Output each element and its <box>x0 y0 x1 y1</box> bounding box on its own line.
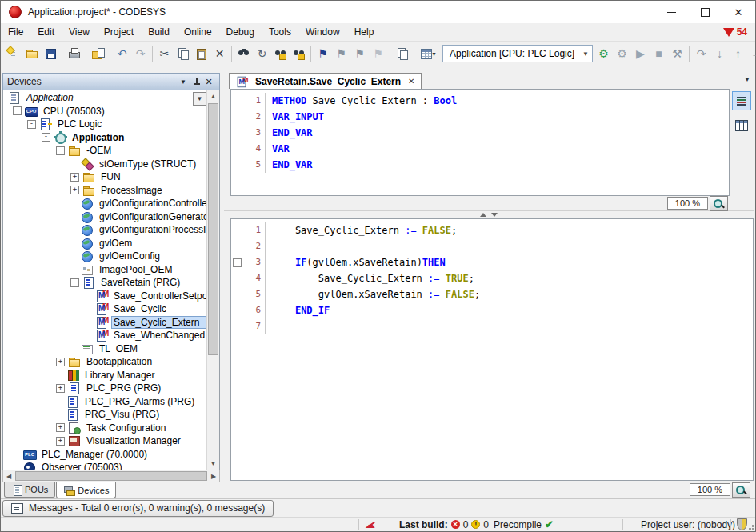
tab-list-dropdown[interactable]: ▼ <box>744 76 750 83</box>
scroll-left-arrow[interactable]: ◀ <box>3 473 14 480</box>
notification-area[interactable]: 54 <box>723 26 755 38</box>
undo-button[interactable]: ↶ <box>113 45 131 63</box>
tree-item-save-cyclic-extern[interactable]: Save_Cyclic_Extern <box>3 316 207 330</box>
tree-item-saveretain-prg-[interactable]: -SaveRetain (PRG) <box>3 276 207 290</box>
bookmarks-clear-button[interactable]: ⚑ <box>369 45 387 63</box>
incremental-search-button[interactable]: ↻ <box>253 45 271 63</box>
expand-icon[interactable]: + <box>56 423 65 432</box>
implementation-zoom-level[interactable]: 100 % <box>690 483 730 496</box>
collapse-icon[interactable]: - <box>27 120 36 129</box>
menu-debug[interactable]: Debug <box>219 23 262 41</box>
combo-dropdown-icon[interactable]: ▼ <box>582 50 589 58</box>
breakpoint-button[interactable]: ⚒ <box>668 45 686 63</box>
stop-button[interactable]: ■ <box>650 45 668 63</box>
panel-close-button[interactable]: ✕ <box>202 75 215 88</box>
tree-item-plc-prg-alarms-prg-[interactable]: PLC_PRG_Alarms (PRG) <box>3 395 207 409</box>
scroll-right-arrow[interactable]: ▶ <box>208 473 219 480</box>
tree-item-application[interactable]: -Application <box>3 131 207 145</box>
tree-item-imagepool-oem[interactable]: ImagePool_OEM <box>3 263 207 277</box>
tree-item-gvlconfigurationgenerator[interactable]: gvlConfigurationGenerator <box>3 210 207 224</box>
redo-button[interactable]: ↷ <box>131 45 150 63</box>
tree-item-processimage[interactable]: +ProcessImage <box>3 184 207 198</box>
tree-item-cpu-705003-[interactable]: -CPU (705003) <box>3 105 207 118</box>
step-into-button[interactable]: ↓ <box>710 45 729 63</box>
tree-vertical-scrollbar[interactable]: ▲ ▼ <box>206 90 219 470</box>
tree-item-gvlconfigurationcontroller[interactable]: gvlConfigurationController <box>3 197 207 210</box>
menu-help[interactable]: Help <box>347 23 382 41</box>
build-button[interactable] <box>417 45 435 63</box>
find-in-project-button[interactable] <box>271 45 290 63</box>
find-button[interactable] <box>234 45 253 63</box>
cut-button[interactable]: ✂ <box>155 45 174 63</box>
collapse-icon[interactable]: - <box>56 146 65 155</box>
textual-view-button[interactable] <box>732 91 751 110</box>
security-status[interactable] <box>737 518 747 531</box>
declaration-editor[interactable]: 1METHOD Save_Cyclic_Extern : Bool2VAR_IN… <box>230 89 730 196</box>
expand-icon[interactable]: + <box>70 186 79 194</box>
expand-icon[interactable]: + <box>56 384 65 393</box>
code-fold-icon[interactable]: - <box>233 258 242 267</box>
editor-splitter[interactable] <box>224 210 754 218</box>
expand-icon[interactable]: + <box>56 437 65 446</box>
collapse-icon[interactable]: - <box>42 133 50 142</box>
bookmark-toggle-button[interactable]: ⚑ <box>314 45 332 63</box>
replace-in-project-button[interactable] <box>290 45 308 63</box>
maximize-button[interactable] <box>688 1 722 23</box>
collapse-icon[interactable]: - <box>70 278 79 287</box>
magnifier-icon[interactable] <box>710 196 728 211</box>
menu-file[interactable]: File <box>1 23 30 41</box>
expand-icon[interactable]: + <box>56 358 65 366</box>
scroll-down-arrow[interactable]: ▼ <box>207 458 219 470</box>
tree-item-library-manager[interactable]: Library Manager <box>3 369 207 382</box>
run-to-cursor-button[interactable]: → <box>747 45 756 63</box>
step-over-button[interactable]: ↷ <box>692 45 710 63</box>
active-application-dropdown[interactable]: ▼ <box>193 92 206 106</box>
tree-item-bootapplication[interactable]: +Bootapplication <box>3 355 207 369</box>
compare-objects-button[interactable] <box>393 45 411 63</box>
start-button[interactable]: ▶ <box>631 45 650 63</box>
print-button[interactable] <box>65 45 83 63</box>
open-project-button[interactable] <box>22 45 41 63</box>
tree-item-prg-visu-prg-[interactable]: PRG_Visu (PRG) <box>3 408 207 422</box>
menu-tools[interactable]: Tools <box>262 23 298 41</box>
tree-item-observer-705003-[interactable]: Observer (705003) <box>3 461 207 470</box>
tree-item-visualization-manager[interactable]: +Visualization Manager <box>3 434 207 448</box>
messages-window-tab[interactable]: Messages - Total 0 error(s), 0 warning(s… <box>2 500 274 517</box>
tree-item-gvloem[interactable]: gvlOem <box>3 237 207 250</box>
login-button[interactable]: ⚙ <box>594 45 613 63</box>
tree-item-save-cyclic[interactable]: Save_Cyclic <box>3 302 207 316</box>
copy-button[interactable] <box>174 45 192 63</box>
tree-item-fun[interactable]: +FUN <box>3 170 207 184</box>
menu-window[interactable]: Window <box>298 23 347 41</box>
scroll-up-arrow[interactable]: ▲ <box>207 90 219 102</box>
tabular-view-button[interactable] <box>732 116 751 135</box>
scroll-thumb[interactable] <box>208 103 218 355</box>
hscroll-thumb[interactable] <box>15 471 207 481</box>
tree-item-plc-prg-prg-[interactable]: +PLC_PRG (PRG) <box>3 382 207 395</box>
close-button[interactable]: ✕ <box>722 1 755 23</box>
editor-tab-active[interactable]: SaveRetain.Save_Cyclic_Extern ✕ <box>229 73 422 89</box>
menu-project[interactable]: Project <box>97 23 141 41</box>
tree-item-task-configuration[interactable]: +Task Configuration <box>3 422 207 435</box>
tree-item-application[interactable]: Application <box>3 91 207 105</box>
collapse-icon[interactable]: - <box>13 106 22 115</box>
tree-item-plc-logic[interactable]: -PLC Logic <box>3 118 207 131</box>
save-project-button[interactable] <box>41 45 59 63</box>
editor-tab-close-icon[interactable]: ✕ <box>408 77 414 86</box>
tree-item--oem[interactable]: --OEM <box>3 144 207 158</box>
tab-pous[interactable]: POUs <box>4 482 55 498</box>
tree-item-tl-oem[interactable]: TL_OEM <box>3 342 207 356</box>
expand-icon[interactable]: + <box>70 173 79 182</box>
tree-item-gvloemconfig[interactable]: gvlOemConfig <box>3 250 207 263</box>
tree-item-save-controllersetpoint[interactable]: Save_ControllerSetpoint <box>3 290 207 303</box>
paste-button[interactable] <box>192 45 210 63</box>
magnifier-icon[interactable] <box>732 482 750 498</box>
bookmark-next-button[interactable]: ⚑ <box>350 45 369 63</box>
tree-item-gvlconfigurationprocessimage[interactable]: gvlConfigurationProcessImage <box>3 223 207 237</box>
implementation-editor[interactable]: 1 Save_Cyclic_Extern := FALSE;2-3 IF(gvl… <box>230 218 754 481</box>
tree-item-stoemtype-struct-[interactable]: stOemType (STRUCT) <box>3 158 207 171</box>
logout-button[interactable]: ⚙ <box>613 45 631 63</box>
menu-build[interactable]: Build <box>141 23 177 41</box>
tree-horizontal-scrollbar[interactable]: ◀ ▶ <box>2 470 220 482</box>
project-archive-button[interactable] <box>89 45 107 63</box>
